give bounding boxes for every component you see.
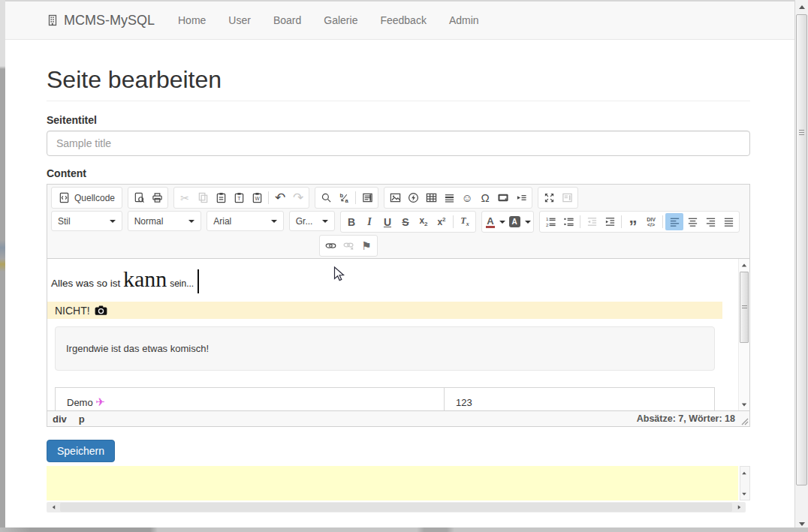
- path-item-p[interactable]: p: [79, 413, 85, 425]
- paste-text-button[interactable]: T: [230, 189, 248, 206]
- maximize-button[interactable]: [540, 189, 558, 206]
- editor-scroll-up-button[interactable]: [739, 260, 749, 270]
- group-source: Quellcode: [51, 187, 122, 209]
- anchor-button[interactable]: ⚑: [357, 237, 375, 254]
- paste-word-button[interactable]: W: [248, 189, 266, 206]
- chevron-down-icon: [188, 220, 194, 223]
- paste-button[interactable]: [212, 189, 230, 206]
- show-blocks-button[interactable]: [558, 189, 576, 206]
- flash-button[interactable]: [404, 189, 422, 206]
- font-dropdown[interactable]: Arial: [207, 211, 284, 231]
- find-button[interactable]: [317, 189, 335, 206]
- editor-scroll-down-button[interactable]: [739, 399, 749, 410]
- link-button[interactable]: [321, 237, 339, 254]
- nav-item-board[interactable]: Board: [262, 14, 312, 26]
- redo-button[interactable]: ↷: [289, 189, 307, 206]
- toolbar-row-3: ⚑: [319, 235, 745, 257]
- svg-text:2: 2: [545, 222, 548, 227]
- select-all-button[interactable]: [358, 189, 376, 206]
- text-color-button[interactable]: A: [484, 213, 508, 230]
- nav-item-home[interactable]: Home: [167, 14, 217, 26]
- print-button[interactable]: [148, 189, 166, 206]
- preview-button[interactable]: [130, 189, 148, 206]
- unlink-button[interactable]: [339, 237, 357, 254]
- size-dropdown[interactable]: Gr...: [289, 211, 335, 231]
- align-center-button[interactable]: [683, 213, 701, 230]
- styles-dropdown[interactable]: Stil: [51, 211, 122, 231]
- blockquote-button[interactable]: ”: [624, 213, 642, 230]
- toolbar-separator: [268, 191, 269, 204]
- seitentitel-input[interactable]: [47, 131, 750, 156]
- bg-color-button[interactable]: A: [508, 213, 532, 230]
- align-right-icon: [705, 216, 716, 227]
- nav-item-user[interactable]: User: [217, 14, 262, 26]
- flash-icon: [408, 192, 419, 203]
- outdent-button[interactable]: [583, 213, 601, 230]
- notes-scrollbar[interactable]: [740, 466, 750, 500]
- cut-button[interactable]: ✂: [176, 189, 194, 206]
- window-scroll-thumb[interactable]: [796, 14, 807, 485]
- horizontal-scrollbar[interactable]: [47, 502, 746, 512]
- align-justify-button[interactable]: [719, 213, 737, 230]
- align-right-button[interactable]: [701, 213, 719, 230]
- div-container-button[interactable]: DIV</>: [642, 213, 660, 230]
- table-row: Demo ✈ 123: [56, 388, 715, 411]
- format-dropdown[interactable]: Normal: [128, 211, 202, 231]
- undo-button[interactable]: ↶: [271, 189, 289, 206]
- editor-content-area[interactable]: Alles was so ist kann sein... NICHT! Irg…: [47, 259, 749, 410]
- notes-scroll-up-button[interactable]: [740, 468, 749, 477]
- window-scrollbar[interactable]: [794, 0, 808, 532]
- nav-item-admin[interactable]: Admin: [438, 14, 490, 26]
- navbar: MCMS-MySQL Home User Board Galerie Feedb…: [0, 2, 808, 40]
- align-left-button[interactable]: [665, 213, 683, 230]
- arrow-up-icon: [742, 263, 746, 266]
- iframe-button[interactable]: [494, 189, 512, 206]
- window-scroll-up-button[interactable]: [795, 1, 808, 14]
- indent-button[interactable]: [601, 213, 619, 230]
- save-button[interactable]: Speichern: [47, 440, 115, 462]
- image-button[interactable]: [386, 189, 404, 206]
- horizontal-scroll-thumb[interactable]: [60, 503, 732, 512]
- copy-icon: [197, 192, 209, 203]
- indent-icon: [604, 216, 616, 227]
- bold-button[interactable]: B: [342, 213, 360, 230]
- bullet-list-button[interactable]: [559, 213, 577, 230]
- scroll-left-button[interactable]: [48, 502, 59, 512]
- camera-icon: [95, 305, 107, 315]
- nav-item-feedback[interactable]: Feedback: [369, 14, 437, 26]
- smiley-button[interactable]: ☺: [458, 189, 476, 206]
- page-break-button[interactable]: [512, 189, 530, 206]
- table-button[interactable]: [422, 189, 440, 206]
- resize-grip-icon[interactable]: [741, 418, 749, 425]
- replace-button[interactable]: ba: [335, 189, 353, 206]
- numbered-list-button[interactable]: 12: [541, 213, 559, 230]
- horizontal-rule-button[interactable]: [440, 189, 458, 206]
- editor-scrollbar[interactable]: [738, 259, 749, 410]
- italic-icon: I: [367, 216, 371, 228]
- superscript-icon: x2: [437, 216, 445, 227]
- superscript-button[interactable]: x2: [433, 213, 451, 230]
- path-item-div[interactable]: div: [53, 413, 67, 425]
- underline-icon: U: [384, 216, 391, 228]
- scroll-right-button[interactable]: [734, 502, 744, 512]
- strike-button[interactable]: S: [396, 213, 415, 230]
- svg-text:T: T: [237, 196, 241, 201]
- underline-button[interactable]: U: [378, 213, 396, 230]
- editor-status-bar: div p Absätze: 7, Wörter: 18: [47, 410, 749, 426]
- editor-scroll-thumb[interactable]: [740, 272, 749, 343]
- size-dropdown-label: Gr...: [296, 216, 313, 227]
- brand-label: MCMS-MySQL: [64, 13, 155, 29]
- group-links: ⚑: [319, 235, 378, 257]
- notes-area[interactable]: [47, 466, 738, 500]
- paragraph-1-tail: sein...: [170, 278, 194, 289]
- notes-scroll-down-button[interactable]: [740, 489, 749, 498]
- brand[interactable]: MCMS-MySQL: [47, 13, 155, 29]
- arrow-left-icon: [52, 505, 55, 509]
- subscript-button[interactable]: x2: [415, 213, 433, 230]
- special-char-button[interactable]: Ω: [476, 189, 494, 206]
- remove-format-button[interactable]: Tx: [456, 213, 474, 230]
- copy-button[interactable]: [194, 189, 212, 206]
- italic-button[interactable]: I: [360, 213, 378, 230]
- source-button[interactable]: Quellcode: [53, 189, 120, 206]
- nav-item-galerie[interactable]: Galerie: [312, 14, 369, 26]
